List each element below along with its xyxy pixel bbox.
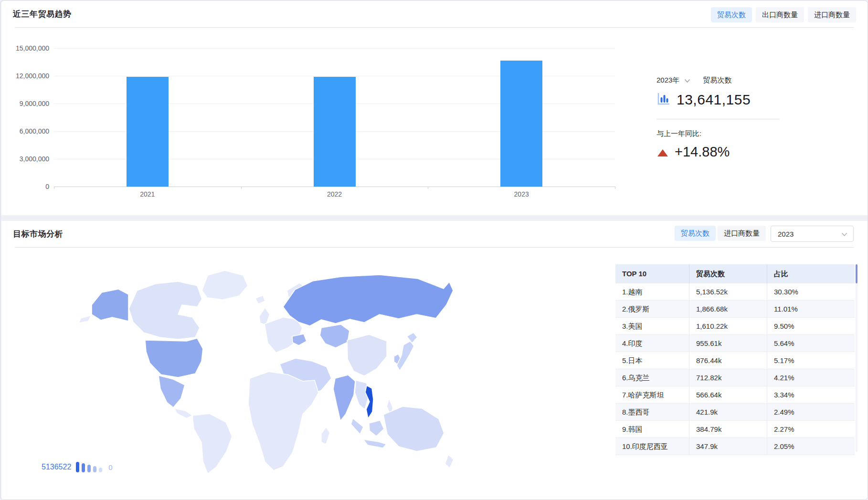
trade-count-cell: 384.79k — [689, 421, 767, 438]
trade-count-cell: 5,136.52k — [689, 283, 767, 300]
trend-metric-tabs: 贸易次数出口商数量进口商数量 — [711, 7, 856, 22]
legend-bar-icon — [99, 468, 102, 472]
stat-divider — [656, 119, 780, 119]
table-row[interactable]: 5.日本876.44k5.17% — [615, 352, 855, 369]
table-header-cell: TOP 10 — [615, 264, 689, 283]
world-map[interactable] — [35, 261, 466, 486]
legend-bar-icon — [87, 465, 91, 472]
market-panel: 目标市场分析 贸易次数进口商数量 2023 — [1, 221, 868, 500]
share-cell: 2.05% — [767, 438, 855, 455]
trend-metric-tab[interactable]: 贸易次数 — [711, 7, 752, 22]
chevron-down-icon — [841, 230, 847, 238]
stat-header-row: 2023年 贸易次数 — [656, 76, 731, 85]
trade-count-cell: 566.64k — [689, 386, 767, 403]
share-cell: 4.21% — [767, 369, 855, 386]
rank-country-cell: 6.乌克兰 — [615, 369, 689, 386]
y-axis-tick-label: 3,000,000 — [1, 155, 49, 163]
y-axis-tick-label: 15,000,000 — [1, 44, 49, 52]
share-cell: 30.30% — [767, 283, 855, 300]
trade-count-value: 13,641,155 — [677, 92, 751, 108]
table-scrollbar[interactable] — [856, 264, 857, 452]
table-row[interactable]: 3.美国1,610.22k9.50% — [615, 318, 855, 335]
share-cell: 9.50% — [767, 318, 855, 334]
table-row[interactable]: 2.俄罗斯1,866.68k11.01% — [615, 301, 855, 318]
rank-country-cell: 9.韩国 — [615, 421, 689, 438]
trade-count-bar-2023[interactable] — [500, 61, 542, 187]
market-metric-tabs: 贸易次数进口商数量 — [675, 226, 766, 241]
y-axis-tick-label: 0 — [1, 183, 49, 190]
y-axis-tick-label: 6,000,000 — [1, 127, 49, 135]
rank-country-cell: 8.墨西哥 — [615, 404, 689, 420]
trend-panel: 近三年贸易趋势 贸易次数出口商数量进口商数量 03,000,0006,000,0… — [1, 1, 868, 215]
table-scrollbar-thumb[interactable] — [856, 264, 857, 283]
table-row[interactable]: 8.墨西哥421.9k2.49% — [615, 404, 855, 421]
table-row[interactable]: 4.印度955.61k5.64% — [615, 335, 855, 352]
rank-country-cell: 3.美国 — [615, 318, 689, 334]
legend-min-value: 0 — [108, 463, 112, 472]
share-cell: 5.64% — [767, 335, 855, 352]
dashboard-frame: 近三年贸易趋势 贸易次数出口商数量进口商数量 03,000,0006,000,0… — [0, 0, 868, 500]
market-metric-tab[interactable]: 贸易次数 — [675, 226, 716, 241]
market-year-value: 2023 — [778, 230, 794, 238]
trend-header-divider — [15, 27, 854, 28]
trend-section-title: 近三年贸易趋势 — [13, 9, 72, 20]
table-row[interactable]: 6.乌克兰712.82k4.21% — [615, 369, 855, 386]
yoy-label: 与上一年同比: — [656, 129, 701, 138]
top10-table: TOP 10贸易次数占比1.越南5,136.52k30.30%2.俄罗斯1,86… — [615, 264, 855, 455]
y-axis-tick-label: 9,000,000 — [1, 100, 49, 107]
legend-bar-icon — [82, 463, 85, 472]
trade-count-cell: 712.82k — [689, 369, 767, 386]
share-cell: 11.01% — [767, 301, 855, 317]
trade-count-cell: 955.61k — [689, 335, 767, 352]
trade-count-cell: 421.9k — [689, 404, 767, 420]
table-header-cell: 贸易次数 — [689, 264, 767, 283]
trend-metric-tab[interactable]: 出口商数量 — [756, 7, 804, 22]
y-axis-tick-label: 12,000,000 — [1, 72, 49, 80]
x-axis-tick-label: 2021 — [140, 190, 155, 198]
market-year-select[interactable]: 2023 — [771, 226, 854, 242]
stat-year-dropdown[interactable]: 2023年 — [656, 76, 679, 85]
increase-triangle-icon — [657, 149, 668, 156]
yoy-row: +14.88% — [657, 144, 730, 160]
legend-bar-icon — [93, 466, 96, 472]
trade-count-cell: 347.9k — [689, 438, 767, 455]
x-axis-tick-label: 2023 — [514, 190, 529, 198]
trade-count-cell: 1,610.22k — [689, 318, 767, 334]
table-row[interactable]: 1.越南5,136.52k30.30% — [615, 283, 855, 301]
trade-count-cell: 876.44k — [689, 352, 767, 369]
share-cell: 2.49% — [767, 404, 855, 420]
rank-country-cell: 1.越南 — [615, 283, 689, 300]
trade-count-bar-2021[interactable] — [127, 77, 169, 187]
market-metric-tab[interactable]: 进口商数量 — [718, 226, 766, 241]
table-header-row: TOP 10贸易次数占比 — [615, 264, 855, 283]
rank-country-cell: 2.俄罗斯 — [615, 301, 689, 317]
table-header-cell: 占比 — [767, 264, 855, 283]
bar-chart-icon — [656, 92, 670, 107]
trade-count-bar-2022[interactable] — [314, 77, 356, 187]
chevron-down-icon[interactable] — [684, 76, 690, 84]
market-section-title: 目标市场分析 — [13, 229, 63, 240]
x-axis-tick — [615, 187, 615, 189]
rank-country-cell: 4.印度 — [615, 335, 689, 352]
x-axis-tick — [428, 187, 428, 189]
stat-metric-label: 贸易次数 — [703, 76, 731, 85]
rank-country-cell: 7.哈萨克斯坦 — [615, 386, 689, 403]
trend-metric-tab[interactable]: 进口商数量 — [808, 7, 856, 22]
rank-country-cell: 10.印度尼西亚 — [615, 438, 689, 455]
x-axis-tick — [54, 187, 54, 189]
table-row[interactable]: 7.哈萨克斯坦566.64k3.34% — [615, 386, 855, 404]
rank-country-cell: 5.日本 — [615, 352, 689, 369]
stat-value-row: 13,641,155 — [656, 92, 751, 108]
share-cell: 3.34% — [767, 386, 855, 403]
legend-bar-icon — [76, 462, 79, 472]
x-axis-tick — [241, 187, 242, 189]
gridline — [54, 48, 615, 49]
x-axis-tick-label: 2022 — [327, 190, 342, 198]
share-cell: 5.17% — [767, 352, 855, 369]
table-row[interactable]: 10.印度尼西亚347.9k2.05% — [615, 438, 855, 455]
yoy-value: +14.88% — [675, 144, 730, 160]
trade-count-cell: 1,866.68k — [689, 301, 767, 317]
table-row[interactable]: 9.韩国384.79k2.27% — [615, 421, 855, 438]
legend-max-value: 5136522 — [42, 462, 71, 472]
market-header-divider — [15, 247, 854, 248]
